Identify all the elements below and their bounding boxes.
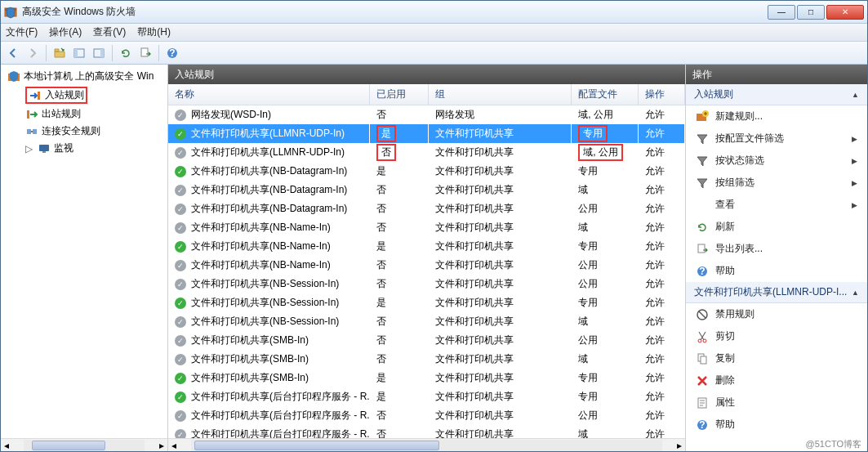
- toolbar: ?: [1, 42, 867, 65]
- tree-outbound[interactable]: 出站规则: [2, 105, 166, 123]
- table-row[interactable]: 网络发现(WSD-In)否网络发现域, 公用允许: [168, 105, 685, 125]
- table-row[interactable]: 文件和打印机共享(NB-Name-In)否文件和打印机共享域允许: [168, 218, 685, 237]
- rule-action: 允许: [639, 237, 685, 256]
- action-help2[interactable]: ?帮助: [686, 414, 867, 436]
- rule-name: 文件和打印机共享(NB-Name-In): [191, 239, 331, 253]
- rule-name: 文件和打印机共享(后台打印程序服务 - R...: [191, 409, 370, 423]
- action-filter-profile[interactable]: 按配置文件筛选▶: [686, 128, 867, 150]
- table-row[interactable]: 文件和打印机共享(后台打印程序服务 - R...否文件和打印机共享域允许: [168, 425, 685, 438]
- collapse-icon[interactable]: ▲: [852, 289, 859, 297]
- rule-status-icon: [175, 279, 186, 290]
- filter-icon: [696, 132, 709, 145]
- table-row[interactable]: 文件和打印机共享(NB-Session-In)否文件和打印机共享域允许: [168, 312, 685, 331]
- help-icon: ?: [696, 265, 709, 278]
- rule-action: 允许: [639, 275, 685, 293]
- tree-scrollbar[interactable]: ◂▸: [1, 438, 167, 451]
- table-row[interactable]: 文件和打印机共享(SMB-In)否文件和打印机共享域允许: [168, 350, 685, 369]
- action-view[interactable]: 查看▶: [686, 194, 867, 216]
- rule-name: 网络发现(WSD-In): [191, 108, 271, 122]
- table-row[interactable]: 文件和打印机共享(NB-Session-In)否文件和打印机共享公用允许: [168, 275, 685, 293]
- action-filter-group[interactable]: 按组筛选▶: [686, 172, 867, 194]
- action-refresh[interactable]: 刷新: [686, 216, 867, 238]
- rule-name: 文件和打印机共享(NB-Session-In): [191, 315, 339, 329]
- export-button[interactable]: [136, 44, 154, 62]
- col-enabled[interactable]: 已启用: [370, 84, 429, 105]
- table-row[interactable]: 文件和打印机共享(NB-Datagram-In)是文件和打印机共享专用允许: [168, 162, 685, 181]
- titlebar[interactable]: 高级安全 Windows 防火墙 — □ ✕: [1, 1, 867, 24]
- watermark: @51CTO博客: [806, 438, 861, 450]
- tree-monitor[interactable]: ▷ 监视: [2, 140, 166, 157]
- help-button[interactable]: ?: [163, 44, 181, 62]
- rule-enabled: 否: [370, 105, 429, 125]
- close-button[interactable]: ✕: [826, 5, 864, 20]
- action-disable[interactable]: 禁用规则: [686, 303, 867, 325]
- menu-help[interactable]: 帮助(H): [137, 25, 171, 39]
- firewall-icon: [7, 70, 20, 83]
- rule-enabled: 否: [370, 199, 429, 218]
- action-cut[interactable]: 剪切: [686, 325, 867, 347]
- action-copy[interactable]: 复制: [686, 347, 867, 369]
- rule-status-icon: [175, 166, 186, 177]
- rule-profile: 域, 公用: [572, 143, 639, 162]
- col-action[interactable]: 操作: [639, 84, 685, 105]
- table-row[interactable]: 文件和打印机共享(NB-Name-In)是文件和打印机共享专用允许: [168, 237, 685, 256]
- table-row[interactable]: 文件和打印机共享(NB-Session-In)是文件和打印机共享专用允许: [168, 293, 685, 312]
- collapse-icon[interactable]: ▲: [852, 91, 859, 99]
- expand-icon[interactable]: ▷: [25, 143, 33, 154]
- table-row[interactable]: 文件和打印机共享(SMB-In)否文件和打印机共享公用允许: [168, 331, 685, 350]
- firewall-window: 高级安全 Windows 防火墙 — □ ✕ 文件(F) 操作(A) 查看(V)…: [0, 0, 868, 452]
- grid-scrollbar[interactable]: ◂▸: [168, 438, 685, 451]
- col-name[interactable]: 名称: [168, 84, 370, 105]
- back-button[interactable]: [4, 44, 22, 62]
- rule-action: 允许: [639, 105, 685, 125]
- svg-rect-11: [27, 110, 29, 119]
- table-row[interactable]: 文件和打印机共享(NB-Datagram-In)否文件和打印机共享公用允许: [168, 199, 685, 218]
- up-button[interactable]: [51, 44, 69, 62]
- forward-button[interactable]: [24, 44, 42, 62]
- rule-status-icon: [175, 392, 186, 403]
- rule-enabled: 否: [370, 218, 429, 237]
- rule-group: 文件和打印机共享: [429, 237, 572, 256]
- action-help[interactable]: ?帮助: [686, 260, 867, 282]
- show-hide-tree-button[interactable]: [70, 44, 88, 62]
- action-props[interactable]: 属性: [686, 392, 867, 414]
- rule-status-icon: [175, 185, 186, 196]
- show-hide-action-button[interactable]: [90, 44, 108, 62]
- tree-inbound[interactable]: 入站规则: [2, 85, 166, 105]
- table-row[interactable]: 文件和打印机共享(LLMNR-UDP-In)是文件和打印机共享专用允许: [168, 124, 685, 143]
- rule-status-icon: [175, 204, 186, 215]
- rule-profile: 专用: [572, 237, 639, 256]
- refresh-button[interactable]: [117, 44, 135, 62]
- rule-status-icon: [175, 354, 186, 365]
- menu-view[interactable]: 查看(V): [93, 25, 126, 39]
- rule-enabled: 是: [370, 162, 429, 181]
- menu-file[interactable]: 文件(F): [6, 25, 38, 39]
- table-row[interactable]: 文件和打印机共享(NB-Datagram-In)否文件和打印机共享域允许: [168, 181, 685, 199]
- rule-name: 文件和打印机共享(LLMNR-UDP-In): [191, 127, 345, 141]
- action-delete[interactable]: 删除: [686, 369, 867, 392]
- rule-group: 文件和打印机共享: [429, 312, 572, 331]
- table-row[interactable]: 文件和打印机共享(SMB-In)是文件和打印机共享专用允许: [168, 369, 685, 387]
- action-new-rule[interactable]: 新建规则...: [686, 105, 867, 128]
- rule-profile: 域: [572, 218, 639, 237]
- table-row[interactable]: 文件和打印机共享(LLMNR-UDP-In)否文件和打印机共享域, 公用允许: [168, 143, 685, 162]
- tree-root[interactable]: 本地计算机 上的高级安全 Win: [2, 68, 166, 85]
- table-row[interactable]: 文件和打印机共享(后台打印程序服务 - R...是文件和打印机共享专用允许: [168, 387, 685, 406]
- rule-enabled: 否: [370, 143, 429, 162]
- col-profile[interactable]: 配置文件: [572, 84, 639, 105]
- rule-action: 允许: [639, 162, 685, 181]
- menu-action[interactable]: 操作(A): [49, 25, 82, 39]
- rule-enabled: 否: [370, 425, 429, 438]
- tree-connsec[interactable]: 连接安全规则: [2, 123, 166, 140]
- rule-group: 文件和打印机共享: [429, 331, 572, 350]
- table-row[interactable]: 文件和打印机共享(后台打印程序服务 - R...否文件和打印机共享公用允许: [168, 406, 685, 425]
- rule-enabled: 是: [370, 369, 429, 387]
- table-row[interactable]: 文件和打印机共享(NB-Name-In)否文件和打印机共享公用允许: [168, 256, 685, 275]
- minimize-button[interactable]: —: [768, 5, 795, 20]
- maximize-button[interactable]: □: [797, 5, 825, 20]
- action-filter-state[interactable]: 按状态筛选▶: [686, 150, 867, 172]
- col-group[interactable]: 组: [429, 84, 572, 105]
- rule-name: 文件和打印机共享(NB-Datagram-In): [191, 183, 347, 197]
- rule-action: 允许: [639, 143, 685, 162]
- action-export[interactable]: 导出列表...: [686, 238, 867, 260]
